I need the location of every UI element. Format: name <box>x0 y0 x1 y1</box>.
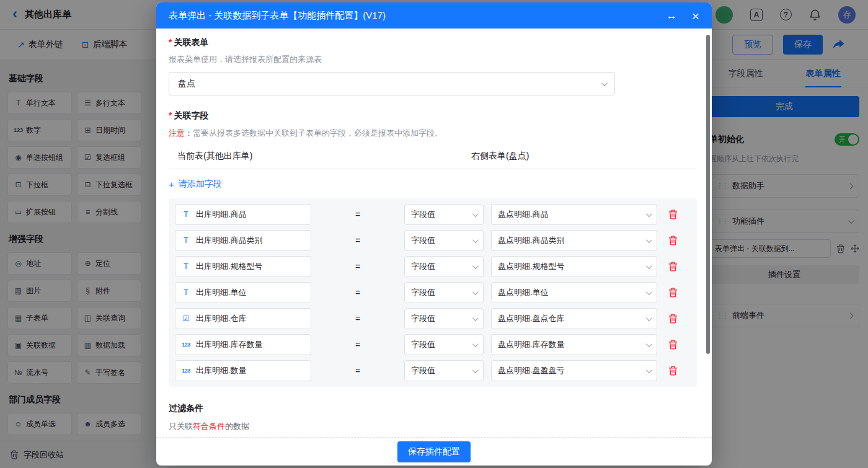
chevron-down-icon <box>601 80 608 86</box>
equals-sign: = <box>311 366 404 376</box>
chevron-down-icon <box>472 237 479 243</box>
right-field-select[interactable]: 盘点明细.库存数量 <box>491 334 657 355</box>
right-field-select[interactable]: 盘点明细.商品类别 <box>491 230 657 251</box>
mode-select[interactable]: 字段值 <box>404 204 484 225</box>
related-fields-label: 关联字段 <box>174 110 208 121</box>
chevron-down-icon <box>646 315 652 321</box>
save-plugin-config-button[interactable]: 保存插件配置 <box>397 441 471 462</box>
chevron-down-icon <box>646 367 652 373</box>
left-field-input[interactable]: T出库明细.商品 <box>175 204 311 225</box>
field-mapping-list: T出库明细.商品 = 字段值 盘点明细.商品 T出库明细.商品类别 = 字段值 … <box>169 198 697 387</box>
left-field-value: 出库明细.仓库 <box>196 313 247 324</box>
notice-prefix: 注意： <box>169 128 193 138</box>
right-field-value: 盘点明细.商品 <box>498 209 549 220</box>
equals-sign: = <box>311 288 404 298</box>
chevron-down-icon <box>646 289 652 295</box>
right-table-header: 右侧表单(盘点) <box>471 151 697 162</box>
delete-row-icon[interactable] <box>668 262 678 272</box>
delete-row-icon[interactable] <box>668 314 678 324</box>
mode-value: 字段值 <box>411 261 435 272</box>
left-field-input[interactable]: T出库明细.单位 <box>175 282 311 303</box>
right-field-select[interactable]: 盘点明细.商品 <box>491 204 657 225</box>
plugin-config-modal: 表单弹出 - 关联数据到子表单【功能插件配置】(V17) ↔ × * 关联表单 … <box>156 2 712 466</box>
modal-scrollbar[interactable] <box>706 35 710 354</box>
add-field-button[interactable]: + 请添加字段 <box>169 179 222 190</box>
checkbox-field-icon: ☑ <box>182 314 190 323</box>
left-field-value: 出库明细.商品 <box>196 209 247 220</box>
modal-body: * 关联表单 报表菜单使用，请选择报表所配置的来源表 盘点 * 关联字段 注意：… <box>156 29 712 437</box>
text-field-icon: T <box>182 262 190 271</box>
equals-sign: = <box>311 314 404 324</box>
chevron-down-icon <box>472 315 479 321</box>
equals-sign: = <box>311 340 404 350</box>
left-field-value: 出库明细.商品类别 <box>196 235 263 246</box>
mode-value: 字段值 <box>411 339 435 350</box>
add-field-label: 请添加字段 <box>179 179 222 190</box>
left-field-input[interactable]: 123出库明细.库存数量 <box>175 334 311 355</box>
number-field-icon: 123 <box>182 342 190 348</box>
delete-row-icon[interactable] <box>668 210 678 219</box>
modal-footer: 保存插件配置 <box>156 437 712 466</box>
related-form-select[interactable]: 盘点 <box>169 72 615 95</box>
filter-conditions-label: 过滤条件 <box>169 403 697 414</box>
delete-row-icon[interactable] <box>668 366 678 376</box>
delete-row-icon[interactable] <box>668 340 678 350</box>
delete-row-icon[interactable] <box>668 288 678 298</box>
right-field-select[interactable]: 盘点明细.盘盈盘亏 <box>491 360 657 381</box>
chevron-down-icon <box>472 367 479 373</box>
left-field-input[interactable]: 123出库明细.数量 <box>175 360 311 381</box>
plus-icon: + <box>169 179 174 190</box>
filter-text-prefix: 只关联 <box>169 422 193 431</box>
chevron-down-icon <box>472 341 479 347</box>
filter-conditions-link[interactable]: 符合条件 <box>193 422 225 431</box>
chevron-down-icon <box>646 237 652 243</box>
right-field-select[interactable]: 盘点明细.单位 <box>491 282 657 303</box>
equals-sign: = <box>311 210 404 219</box>
field-mapping-row: ☑出库明细.仓库 = 字段值 盘点明细.盘点仓库 <box>175 308 691 329</box>
right-field-value: 盘点明细.商品类别 <box>498 235 565 246</box>
text-field-icon: T <box>182 210 190 219</box>
modal-header: 表单弹出 - 关联数据到子表单【功能插件配置】(V17) ↔ × <box>156 2 712 29</box>
right-field-value: 盘点明细.盘点仓库 <box>498 313 565 324</box>
right-field-value: 盘点明细.库存数量 <box>498 339 565 350</box>
delete-row-icon[interactable] <box>668 236 678 245</box>
text-field-icon: T <box>182 236 190 245</box>
left-field-input[interactable]: ☑出库明细.仓库 <box>175 308 311 329</box>
left-field-value: 出库明细.单位 <box>196 287 247 298</box>
resize-icon[interactable]: ↔ <box>666 11 677 21</box>
mode-value: 字段值 <box>411 365 435 376</box>
left-field-input[interactable]: T出库明细.规格型号 <box>175 256 311 277</box>
mode-select[interactable]: 字段值 <box>404 308 484 329</box>
equals-sign: = <box>311 236 404 245</box>
mode-select[interactable]: 字段值 <box>404 230 484 251</box>
related-form-label: 关联表单 <box>174 37 208 48</box>
mode-select[interactable]: 字段值 <box>404 360 484 381</box>
related-form-value: 盘点 <box>178 78 195 89</box>
related-form-hint: 报表菜单使用，请选择报表所配置的来源表 <box>169 54 697 65</box>
field-mapping-row: T出库明细.商品 = 字段值 盘点明细.商品 <box>175 204 691 225</box>
mode-value: 字段值 <box>411 235 435 246</box>
right-field-select[interactable]: 盘点明细.规格型号 <box>491 256 657 277</box>
mode-select[interactable]: 字段值 <box>404 334 484 355</box>
notice-text: 需要从报表多选数据中关联到子表单的字段，必须是报表中添加字段。 <box>193 128 443 138</box>
field-mapping-row: 123出库明细.库存数量 = 字段值 盘点明细.库存数量 <box>175 334 691 355</box>
modal-title: 表单弹出 - 关联数据到子表单【功能插件配置】(V17) <box>169 10 666 22</box>
right-field-value: 盘点明细.盘盈盘亏 <box>498 365 565 376</box>
field-mapping-row: T出库明细.商品类别 = 字段值 盘点明细.商品类别 <box>175 230 691 251</box>
required-asterisk: * <box>169 37 172 48</box>
field-mapping-row: T出库明细.单位 = 字段值 盘点明细.单位 <box>175 282 691 303</box>
chevron-down-icon <box>646 211 652 217</box>
mode-value: 字段值 <box>411 209 435 220</box>
left-field-value: 出库明细.数量 <box>196 365 247 376</box>
mode-value: 字段值 <box>411 287 435 298</box>
close-icon[interactable]: × <box>692 9 699 22</box>
mode-select[interactable]: 字段值 <box>404 256 484 277</box>
mode-select[interactable]: 字段值 <box>404 282 484 303</box>
field-mapping-row: T出库明细.规格型号 = 字段值 盘点明细.规格型号 <box>175 256 691 277</box>
chevron-down-icon <box>646 263 652 269</box>
field-mapping-row: 123出库明细.数量 = 字段值 盘点明细.盘盈盘亏 <box>175 360 691 381</box>
chevron-down-icon <box>472 289 479 295</box>
left-field-input[interactable]: T出库明细.商品类别 <box>175 230 311 251</box>
right-field-select[interactable]: 盘点明细.盘点仓库 <box>491 308 657 329</box>
mode-value: 字段值 <box>411 313 435 324</box>
